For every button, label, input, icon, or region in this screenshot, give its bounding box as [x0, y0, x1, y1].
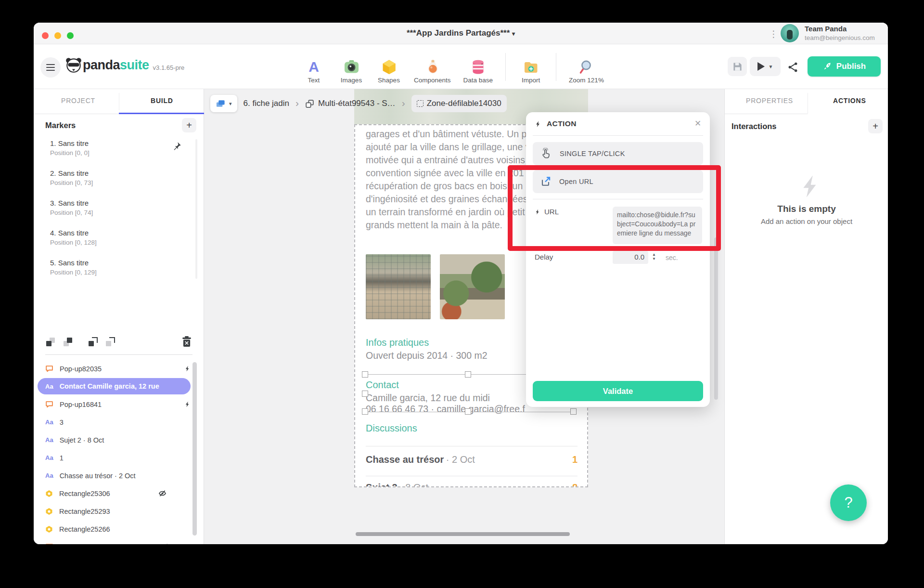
- validate-button[interactable]: Validate: [533, 381, 703, 401]
- marker-item[interactable]: 3. Sans titrePosition [0, 74]: [50, 199, 93, 216]
- layer-row[interactable]: Aa Chasse au trésor · 2 Oct: [34, 467, 197, 484]
- close-icon[interactable]: ✕: [694, 118, 701, 129]
- avatar[interactable]: [781, 24, 799, 42]
- tab-properties[interactable]: PROPERTIES: [746, 97, 793, 105]
- add-marker-button[interactable]: +: [182, 118, 196, 132]
- left-sidebar: PROJECT BUILD Markers + 1. Sans titrePos…: [34, 89, 204, 544]
- selection-handle[interactable]: [465, 408, 471, 415]
- publish-button[interactable]: Publish: [808, 56, 881, 77]
- infos-title[interactable]: Infos pratiques: [366, 337, 429, 348]
- tool-import[interactable]: Import: [518, 59, 543, 84]
- selection-handle[interactable]: [362, 371, 368, 378]
- canvas-horizontal-scrollbar[interactable]: [356, 532, 570, 536]
- selection-handle[interactable]: [362, 408, 368, 415]
- popup-divider: [533, 135, 703, 136]
- layer-row[interactable]: Aa Sujet 2 · 8 Oct: [34, 431, 197, 449]
- bring-to-front-icon[interactable]: [45, 337, 56, 347]
- layer-row[interactable]: Rectangle25293: [34, 502, 197, 520]
- selection-handle[interactable]: [570, 408, 577, 415]
- layer-row[interactable]: Pop-up82035: [34, 360, 197, 378]
- layers-scrollbar[interactable]: [192, 362, 197, 536]
- action-popup: ACTION ✕ SINGLE TAP/CLICK Open URL URL m…: [526, 112, 710, 407]
- trigger-row[interactable]: SINGLE TAP/CLICK: [533, 142, 703, 165]
- help-button[interactable]: ?: [830, 484, 867, 521]
- contact-phone[interactable]: 06 16 66 46 73 · camille.garcia@free.f: [366, 404, 525, 415]
- more-options-icon[interactable]: ⋮: [769, 28, 778, 39]
- play-dropdown-caret-icon[interactable]: ▼: [769, 64, 773, 69]
- marker-item[interactable]: 5. Sans titrePosition [0, 129]: [50, 259, 97, 276]
- send-backward-icon[interactable]: [88, 337, 98, 347]
- pin-icon[interactable]: [171, 141, 182, 152]
- tab-project[interactable]: PROJECT: [61, 97, 95, 105]
- breadcrumb-multistate[interactable]: Multi-état99543 - S…: [305, 99, 396, 108]
- shape-layer-icon: [45, 508, 53, 515]
- main-toolbar: pandasuite v3.1.65-pre A Text Images: [34, 44, 888, 89]
- delete-layer-icon[interactable]: [181, 336, 192, 347]
- infos-text[interactable]: Ouvert depuis 2014 · 300 m2: [366, 350, 488, 361]
- chevron-down-icon: ▾: [229, 101, 232, 107]
- tool-images[interactable]: Images: [339, 59, 364, 84]
- selection-handle[interactable]: [465, 371, 471, 378]
- contact-address[interactable]: Camille garcia, 12 rue du midi: [366, 392, 490, 404]
- toolbar-divider: [556, 53, 556, 81]
- layer-row[interactable]: Aa 1: [34, 449, 197, 467]
- layer-row[interactable]: Pop-up16841: [34, 395, 197, 413]
- delay-stepper[interactable]: ▲▼: [652, 253, 656, 261]
- account-name: Team Panda: [805, 25, 847, 33]
- canvas-vertical-scrollbar[interactable]: [714, 237, 718, 400]
- marker-item[interactable]: 2. Sans titrePosition [0, 73]: [50, 169, 93, 186]
- tool-database[interactable]: Data base: [463, 59, 493, 84]
- contact-title[interactable]: Contact: [366, 379, 399, 391]
- add-interaction-button[interactable]: +: [868, 119, 883, 133]
- popup-title: ACTION: [547, 119, 577, 128]
- save-button[interactable]: [728, 57, 747, 76]
- layer-row[interactable]: Pop-up24772: [34, 538, 197, 544]
- markers-scrollbar[interactable]: [195, 139, 197, 279]
- layer-row[interactable]: Rectangle25266: [34, 520, 197, 538]
- brand-logo[interactable]: pandasuite v3.1.65-pre: [64, 56, 184, 74]
- tab-divider: [808, 93, 808, 114]
- delay-input[interactable]: 0.0: [613, 251, 648, 264]
- empty-state-title: This is empty: [725, 204, 888, 214]
- layer-row-selected[interactable]: Aa Contact Camille garcia, 12 rue: [38, 378, 191, 394]
- window-titlebar: ***App Jardins Partagés*** ▾ ⋮ Team Pand…: [34, 23, 888, 44]
- left-sidebar-tabs: PROJECT BUILD: [34, 89, 204, 114]
- tool-text[interactable]: A Text: [301, 59, 326, 84]
- garden-photo-1[interactable]: [366, 254, 431, 319]
- tab-actions[interactable]: ACTIONS: [833, 97, 866, 105]
- garden-photo-2[interactable]: [440, 254, 505, 319]
- hexagon-icon: [381, 59, 397, 75]
- screen-selector[interactable]: ▾: [210, 95, 237, 112]
- send-to-back-icon[interactable]: [105, 337, 116, 347]
- tool-components[interactable]: Components: [414, 59, 451, 84]
- active-tab-underline: [119, 113, 204, 114]
- paragraph-block[interactable]: garages et d'un bâtiment vétuste. Un p a…: [366, 128, 530, 232]
- discussions-title[interactable]: Discussions: [366, 423, 417, 434]
- layer-row[interactable]: Aa 3: [34, 413, 197, 431]
- selection-handle[interactable]: [362, 391, 368, 397]
- discussion-row[interactable]: Chasse au trésor · 2 Oct 1: [366, 454, 578, 465]
- markers-title: Markers: [45, 121, 76, 130]
- discussion-row-clipped[interactable]: Sujet 2 · 8 Oct 8: [366, 482, 578, 487]
- layer-arrange-toolbar: [45, 337, 116, 347]
- marker-item[interactable]: 4. Sans titrePosition [0, 128]: [50, 229, 97, 246]
- tool-zoom[interactable]: Zoom 121%: [569, 59, 604, 84]
- breadcrumb-zone[interactable]: Zone-défilable14030: [411, 95, 507, 112]
- breadcrumb-screen[interactable]: 6. fiche jadin: [244, 99, 289, 108]
- shape-layer-icon: [45, 490, 53, 497]
- marker-item[interactable]: 1. Sans titrePosition [0, 0]: [50, 139, 90, 157]
- text-layer-icon: Aa: [45, 436, 53, 444]
- tool-shapes[interactable]: Shapes: [376, 59, 401, 84]
- chevron-down-icon: ▾: [512, 30, 515, 37]
- right-sidebar-tabs: PROPERTIES ACTIONS: [725, 89, 888, 114]
- preview-play-button[interactable]: ▼: [750, 57, 781, 76]
- menu-button[interactable]: [40, 57, 61, 78]
- text-layer-icon: Aa: [45, 418, 53, 426]
- window-title[interactable]: ***App Jardins Partagés*** ▾: [34, 28, 888, 38]
- bring-forward-icon[interactable]: [63, 337, 73, 347]
- layer-row[interactable]: Rectangle25306: [34, 484, 197, 502]
- share-button[interactable]: [784, 59, 801, 75]
- hidden-eye-icon: [158, 490, 167, 497]
- layers-divider: [45, 354, 192, 355]
- tab-build[interactable]: BUILD: [151, 97, 173, 105]
